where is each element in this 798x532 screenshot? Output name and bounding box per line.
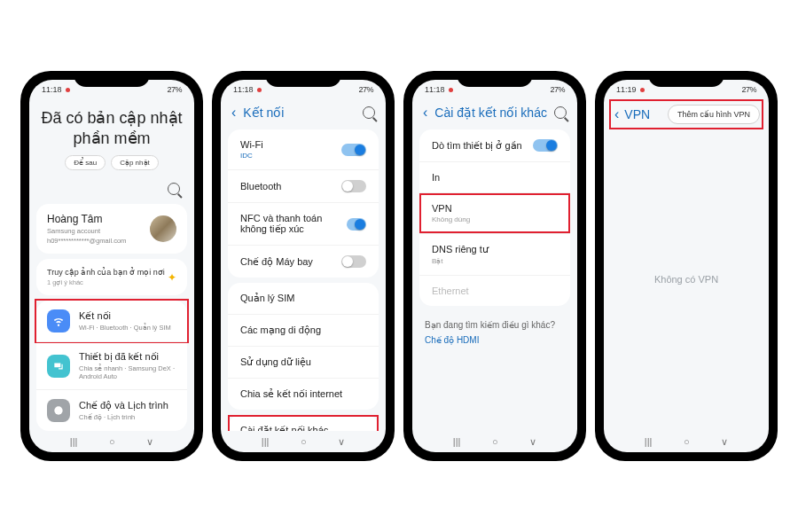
wifi-icon [47,309,70,332]
screen-4: 11:19 27% ‹VPN Thêm cấu hình VPN Không c… [604,80,769,452]
row-wifi[interactable]: Wi-FiIDC [228,129,379,169]
row-vpn[interactable]: VPNKhông dùng [419,192,570,233]
notch [265,71,341,87]
avatar [150,215,176,242]
update-button[interactable]: Cập nhật [111,155,159,170]
row-mobile-networks[interactable]: Các mạng di động [228,314,379,346]
modes-icon [47,399,70,422]
airplane-toggle[interactable] [341,255,366,268]
row-printing[interactable]: In [419,161,570,192]
account-card[interactable]: Hoàng Tâm Samsung account h09***********… [36,204,187,254]
phone-1: 11:18 27% Đã có bản cập nhậtphần mềm Để … [20,71,203,461]
devices-icon [47,355,70,378]
account-name: Hoàng Tâm [47,213,126,225]
nfc-toggle[interactable] [347,218,366,231]
search-icon[interactable] [168,183,180,195]
nav-home[interactable]: ○ [109,436,115,447]
phone-2: 11:18 27% ‹ Kết nối Wi-FiIDC Bluetooth N… [212,71,395,461]
svg-point-0 [54,406,62,414]
add-vpn-button[interactable]: Thêm cấu hình VPN [668,105,760,124]
row-sim[interactable]: Quản lý SIM [228,283,379,314]
later-button[interactable]: Để sau [65,155,106,170]
settings-row-modes[interactable]: Chế độ và Lịch trìnhChế độ · Lịch trình [36,389,187,431]
tutorial-four-phones: 11:18 27% Đã có bản cập nhậtphần mềm Để … [20,71,778,461]
search-icon[interactable] [554,106,567,119]
nav-back[interactable]: ∨ [146,436,153,448]
suggestion-card[interactable]: Truy cập ảnh của bạn ở mọi nơi 1 gợi ý k… [36,259,187,295]
rec-dot-icon [66,88,70,92]
nav-recent[interactable]: ||| [70,436,78,447]
phone-4: 11:19 27% ‹VPN Thêm cấu hình VPN Không c… [595,71,778,461]
row-data-usage[interactable]: Sử dụng dữ liệu [228,346,379,378]
phone-3: 11:18 27% ‹ Cài đặt kết nối khác Dò tìm … [403,71,586,461]
back-icon[interactable]: ‹ [614,106,619,122]
page-title: VPN [624,107,650,121]
empty-state: Không có VPN [604,128,769,431]
looking-for-label: Bạn đang tìm kiếm điều gì khác? [412,311,577,333]
settings-row-connected-devices[interactable]: Thiết bị đã kết nốiChia sẻ nhanh · Samsu… [36,341,187,389]
nav-bar: ||| ○ ∨ [29,431,194,452]
search-icon[interactable] [363,106,375,119]
row-nfc[interactable]: NFC và thanh toán không tiếp xúc [228,202,379,245]
row-ethernet: Ethernet [419,275,570,306]
clock: 11:18 [42,85,62,94]
row-more-connection-settings[interactable]: Cài đặt kết nối khác [228,415,379,431]
page-title: Cài đặt kết nối khác [434,106,547,120]
settings-row-connections[interactable]: Kết nốiWi-Fi · Bluetooth · Quản lý SIM [36,301,187,341]
notch [648,71,724,87]
notch [457,71,533,87]
row-bluetooth[interactable]: Bluetooth [228,169,379,202]
row-private-dns[interactable]: DNS riêng tưBật [419,233,570,275]
back-icon[interactable]: ‹ [423,105,427,121]
page-title: Kết nối [243,106,356,120]
row-hotspot[interactable]: Chia sẻ kết nối internet [228,378,379,410]
hdmi-link[interactable]: Chế độ HDMI [412,333,577,354]
wifi-toggle[interactable] [341,144,366,156]
screen-2: 11:18 27% ‹ Kết nối Wi-FiIDC Bluetooth N… [221,80,386,452]
bluetooth-toggle[interactable] [341,180,366,192]
notch [74,71,150,87]
rec-dot-icon [257,88,262,92]
update-headline: Đã có bản cập nhậtphần mềm Để sau Cập nh… [29,99,194,176]
screen-1: 11:18 27% Đã có bản cập nhậtphần mềm Để … [29,80,194,452]
nearby-toggle[interactable] [533,139,558,152]
row-airplane[interactable]: Chế độ Máy bay [228,245,379,278]
row-nearby-scan[interactable]: Dò tìm thiết bị ở gần [419,129,570,161]
back-icon[interactable]: ‹ [231,105,236,121]
sparkle-icon: ✦ [168,271,176,284]
battery-text: 27% [167,85,182,94]
screen-3: 11:18 27% ‹ Cài đặt kết nối khác Dò tìm … [412,80,577,452]
